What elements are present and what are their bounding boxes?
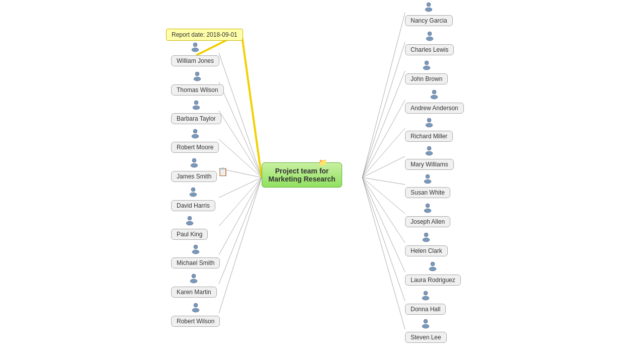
svg-point-37 — [186, 221, 193, 225]
right-node-donna-hall[interactable]: Donna Hall — [405, 290, 446, 315]
svg-line-0 — [219, 53, 262, 177]
right-node-steven-lee[interactable]: Steven Lee — [405, 318, 447, 343]
node-label: Andrew Anderson — [405, 103, 464, 114]
person-icon — [184, 215, 195, 228]
report-date-text: Report date: 2018-09-01 — [172, 31, 237, 38]
svg-point-43 — [192, 308, 199, 312]
svg-line-7 — [219, 177, 262, 255]
svg-point-46 — [428, 32, 432, 36]
svg-point-58 — [426, 204, 430, 208]
svg-point-39 — [192, 250, 199, 254]
svg-point-33 — [191, 163, 198, 167]
person-icon — [189, 157, 200, 170]
svg-point-54 — [427, 146, 431, 150]
svg-point-40 — [192, 274, 196, 278]
svg-line-23 — [242, 33, 262, 177]
right-node-richard-miller[interactable]: Richard Miller — [405, 117, 453, 142]
left-node-robert-moore[interactable]: Robert Moore — [171, 128, 219, 153]
center-node-label: Project team for Marketing Research — [262, 162, 342, 188]
left-node-barbara-taylor[interactable]: Barbara Taylor — [171, 99, 221, 124]
center-node[interactable]: Project team for Marketing Research 📁 — [262, 162, 342, 188]
person-icon — [192, 70, 203, 83]
node-label: James Smith — [171, 171, 217, 182]
svg-point-67 — [422, 324, 429, 328]
svg-point-53 — [426, 123, 433, 127]
node-label: Mary Williams — [405, 159, 454, 170]
svg-point-47 — [426, 37, 433, 41]
node-label: Thomas Wilson — [171, 84, 224, 96]
left-node-william-jones[interactable]: William Jones — [171, 41, 219, 66]
svg-point-55 — [426, 151, 433, 155]
left-node-david-harris[interactable]: David Harris — [171, 186, 215, 211]
svg-point-65 — [422, 296, 429, 300]
svg-point-48 — [425, 61, 429, 65]
node-label: Laura Rodriguez — [405, 275, 461, 286]
right-node-joseph-allen[interactable]: Joseph Allen — [405, 202, 450, 227]
svg-point-45 — [425, 8, 432, 12]
svg-point-38 — [194, 245, 198, 249]
person-icon — [422, 202, 433, 215]
svg-line-18 — [362, 177, 405, 243]
node-label: Michael Smith — [171, 257, 220, 268]
person-icon — [188, 186, 199, 199]
person-icon — [421, 59, 432, 72]
node-label: Richard Miller — [405, 131, 453, 142]
svg-point-25 — [192, 48, 199, 52]
svg-point-60 — [424, 233, 428, 237]
left-node-michael-smith[interactable]: Michael Smith — [171, 243, 220, 268]
right-node-susan-white[interactable]: Susan White — [405, 173, 450, 198]
person-icon — [190, 302, 201, 315]
left-node-james-smith[interactable]: James Smith📋 — [171, 157, 217, 182]
svg-point-28 — [194, 101, 198, 105]
svg-point-26 — [195, 72, 199, 76]
node-label: William Jones — [171, 55, 219, 66]
node-label: Donna Hall — [405, 304, 446, 315]
svg-point-49 — [423, 66, 430, 70]
node-label: David Harris — [171, 200, 215, 211]
person-icon — [422, 173, 433, 186]
svg-point-62 — [431, 262, 435, 266]
left-node-thomas-wilson[interactable]: Thomas Wilson — [171, 70, 224, 96]
svg-point-61 — [423, 238, 430, 242]
person-icon — [424, 145, 435, 158]
svg-point-34 — [191, 188, 195, 192]
node-label: Susan White — [405, 187, 450, 198]
person-icon — [188, 273, 199, 286]
person-icon — [427, 260, 438, 274]
person-icon — [190, 243, 201, 256]
svg-point-36 — [188, 216, 192, 220]
left-node-karen-martin[interactable]: Karen Martin — [171, 273, 217, 298]
svg-point-63 — [429, 267, 436, 271]
svg-line-8 — [219, 177, 262, 284]
right-node-helen-clark[interactable]: Helen Clark — [405, 231, 448, 256]
right-node-andrew-anderson[interactable]: Andrew Anderson — [405, 88, 464, 114]
svg-line-11 — [362, 42, 405, 177]
right-node-mary-williams[interactable]: Mary Williams — [405, 145, 454, 170]
svg-line-20 — [362, 177, 405, 301]
node-label: Robert Moore — [171, 142, 219, 153]
svg-point-27 — [194, 77, 201, 81]
svg-line-16 — [362, 177, 405, 185]
person-icon — [420, 318, 431, 331]
svg-point-31 — [192, 134, 199, 138]
node-label: Nancy Garcia — [405, 15, 453, 26]
folder-icon: 📁 — [318, 158, 327, 166]
svg-point-59 — [424, 209, 431, 213]
right-node-laura-rodriguez[interactable]: Laura Rodriguez — [405, 260, 461, 286]
node-label: Robert Wilson — [171, 316, 220, 327]
left-node-robert-wilson[interactable]: Robert Wilson — [171, 302, 220, 327]
person-icon — [191, 99, 202, 112]
left-node-paul-king[interactable]: Paul King — [171, 215, 208, 240]
svg-line-21 — [362, 177, 405, 329]
node-label: Steven Lee — [405, 332, 447, 343]
right-node-john-brown[interactable]: John Brown — [405, 59, 448, 84]
right-node-nancy-garcia[interactable]: Nancy Garcia — [405, 1, 453, 26]
person-icon — [423, 1, 434, 14]
svg-point-42 — [194, 303, 198, 307]
node-label: John Brown — [405, 73, 448, 84]
svg-line-5 — [219, 177, 262, 198]
person-icon — [190, 41, 201, 54]
svg-point-57 — [424, 179, 431, 184]
node-label: Paul King — [171, 229, 208, 240]
right-node-charles-lewis[interactable]: Charles Lewis — [405, 30, 454, 55]
